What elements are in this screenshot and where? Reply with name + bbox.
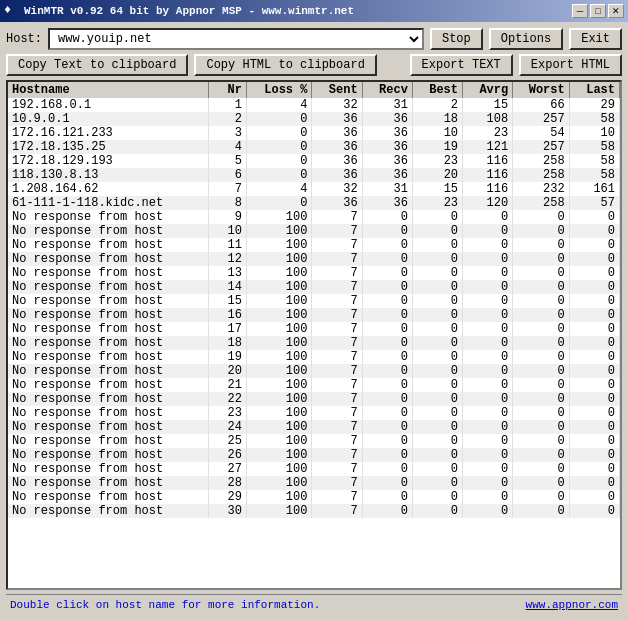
cell-hostname[interactable]: No response from host	[8, 378, 209, 392]
cell-hostname[interactable]: No response from host	[8, 504, 209, 518]
cell-hostname[interactable]: No response from host	[8, 420, 209, 434]
cell-recv: 0	[362, 252, 412, 266]
cell-nr: 18	[209, 336, 247, 350]
table-row[interactable]: No response from host14100700000	[8, 280, 620, 294]
cell-worst: 0	[513, 364, 569, 378]
table-row[interactable]: No response from host12100700000	[8, 252, 620, 266]
options-button[interactable]: Options	[489, 28, 563, 50]
cell-hostname[interactable]: No response from host	[8, 448, 209, 462]
table-row[interactable]: No response from host15100700000	[8, 294, 620, 308]
cell-hostname[interactable]: 172.18.135.25	[8, 140, 209, 154]
maximize-button[interactable]: □	[590, 4, 606, 18]
cell-hostname[interactable]: No response from host	[8, 266, 209, 280]
copy-html-button[interactable]: Copy HTML to clipboard	[194, 54, 376, 76]
exit-button[interactable]: Exit	[569, 28, 622, 50]
table-row[interactable]: No response from host16100700000	[8, 308, 620, 322]
table-row[interactable]: 61-111-1-118.kidc.net8036362312025857	[8, 196, 620, 210]
table-row[interactable]: No response from host11100700000	[8, 238, 620, 252]
cell-hostname[interactable]: 172.18.129.193	[8, 154, 209, 168]
table-row[interactable]: No response from host21100700000	[8, 378, 620, 392]
table-row[interactable]: No response from host22100700000	[8, 392, 620, 406]
cell-hostname[interactable]: No response from host	[8, 434, 209, 448]
copy-text-button[interactable]: Copy Text to clipboard	[6, 54, 188, 76]
close-button[interactable]: ✕	[608, 4, 624, 18]
host-input[interactable]: www.youip.net	[48, 28, 424, 50]
cell-hostname[interactable]: 172.16.121.233	[8, 126, 209, 140]
cell-best: 20	[412, 168, 462, 182]
table-row[interactable]: No response from host9100700000	[8, 210, 620, 224]
title-bar: ♦ WinMTR v0.92 64 bit by Appnor MSP - ww…	[0, 0, 628, 22]
cell-avrg: 23	[463, 126, 513, 140]
table-row[interactable]: No response from host17100700000	[8, 322, 620, 336]
table-row[interactable]: No response from host29100700000	[8, 490, 620, 504]
cell-recv: 31	[362, 98, 412, 112]
table-row[interactable]: No response from host13100700000	[8, 266, 620, 280]
table-row[interactable]: No response from host23100700000	[8, 406, 620, 420]
export-text-button[interactable]: Export TEXT	[410, 54, 513, 76]
cell-last: 0	[569, 434, 619, 448]
appnor-link[interactable]: www.appnor.com	[526, 599, 618, 611]
cell-hostname[interactable]: 192.168.0.1	[8, 98, 209, 112]
table-row[interactable]: 172.18.135.254036361912125758	[8, 140, 620, 154]
cell-nr: 14	[209, 280, 247, 294]
cell-sent: 7	[312, 364, 362, 378]
table-row[interactable]: No response from host24100700000	[8, 420, 620, 434]
cell-loss--: 100	[246, 406, 312, 420]
table-row[interactable]: 192.168.0.11432312156629	[8, 98, 620, 112]
cell-hostname[interactable]: No response from host	[8, 462, 209, 476]
cell-hostname[interactable]: 10.9.0.1	[8, 112, 209, 126]
table-row[interactable]: No response from host19100700000	[8, 350, 620, 364]
cell-recv: 0	[362, 504, 412, 518]
minimize-button[interactable]: ─	[572, 4, 588, 18]
cell-hostname[interactable]: 61-111-1-118.kidc.net	[8, 196, 209, 210]
cell-hostname[interactable]: No response from host	[8, 224, 209, 238]
cell-hostname[interactable]: No response from host	[8, 406, 209, 420]
cell-worst: 0	[513, 210, 569, 224]
cell-hostname[interactable]: No response from host	[8, 294, 209, 308]
table-row[interactable]: 172.18.129.1935036362311625858	[8, 154, 620, 168]
export-html-button[interactable]: Export HTML	[519, 54, 622, 76]
cell-sent: 7	[312, 266, 362, 280]
table-row[interactable]: 172.16.121.23330363610235410	[8, 126, 620, 140]
table-row[interactable]: No response from host26100700000	[8, 448, 620, 462]
cell-best: 0	[412, 378, 462, 392]
cell-hostname[interactable]: No response from host	[8, 476, 209, 490]
cell-last: 58	[569, 154, 619, 168]
table-row[interactable]: No response from host28100700000	[8, 476, 620, 490]
cell-hostname[interactable]: No response from host	[8, 238, 209, 252]
cell-best: 0	[412, 210, 462, 224]
cell-last: 0	[569, 308, 619, 322]
cell-worst: 0	[513, 322, 569, 336]
title-controls[interactable]: ─ □ ✕	[572, 4, 624, 18]
cell-hostname[interactable]: 118.130.8.13	[8, 168, 209, 182]
cell-hostname[interactable]: No response from host	[8, 322, 209, 336]
cell-hostname[interactable]: No response from host	[8, 490, 209, 504]
cell-hostname[interactable]: No response from host	[8, 336, 209, 350]
cell-loss--: 100	[246, 476, 312, 490]
cell-nr: 27	[209, 462, 247, 476]
cell-worst: 0	[513, 392, 569, 406]
cell-hostname[interactable]: No response from host	[8, 364, 209, 378]
table-row[interactable]: 118.130.8.136036362011625858	[8, 168, 620, 182]
cell-avrg: 116	[463, 182, 513, 196]
table-row[interactable]: No response from host20100700000	[8, 364, 620, 378]
table-row[interactable]: 10.9.0.12036361810825758	[8, 112, 620, 126]
cell-worst: 258	[513, 196, 569, 210]
cell-hostname[interactable]: No response from host	[8, 350, 209, 364]
cell-hostname[interactable]: No response from host	[8, 280, 209, 294]
table-row[interactable]: No response from host30100700000	[8, 504, 620, 518]
stop-button[interactable]: Stop	[430, 28, 483, 50]
cell-last: 0	[569, 266, 619, 280]
cell-hostname[interactable]: 1.208.164.62	[8, 182, 209, 196]
table-row[interactable]: 1.208.164.6274323115116232161	[8, 182, 620, 196]
cell-loss--: 4	[246, 98, 312, 112]
cell-hostname[interactable]: No response from host	[8, 308, 209, 322]
cell-hostname[interactable]: No response from host	[8, 210, 209, 224]
table-row[interactable]: No response from host10100700000	[8, 224, 620, 238]
cell-avrg: 0	[463, 294, 513, 308]
cell-hostname[interactable]: No response from host	[8, 392, 209, 406]
table-row[interactable]: No response from host25100700000	[8, 434, 620, 448]
cell-hostname[interactable]: No response from host	[8, 252, 209, 266]
table-row[interactable]: No response from host27100700000	[8, 462, 620, 476]
table-row[interactable]: No response from host18100700000	[8, 336, 620, 350]
